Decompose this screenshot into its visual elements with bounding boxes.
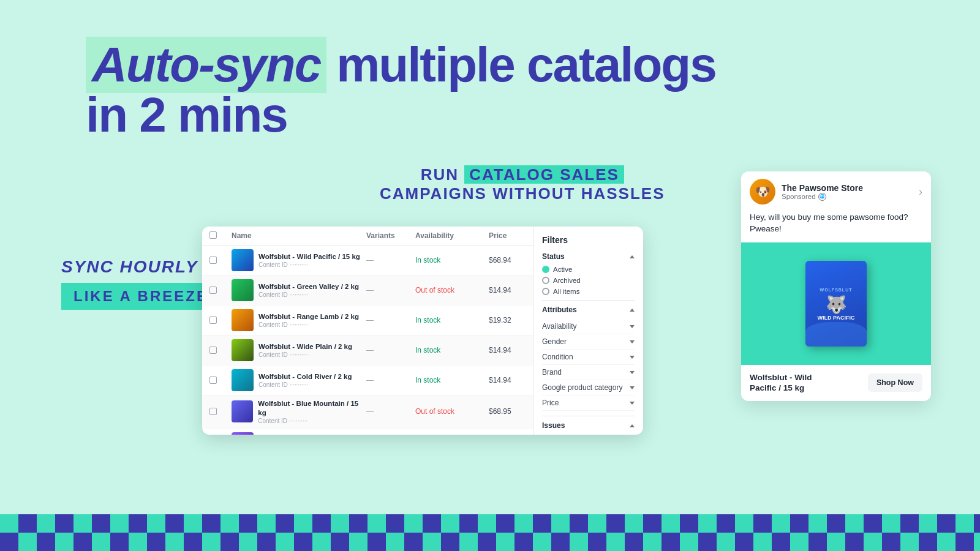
checker-cell xyxy=(74,514,92,533)
issues-chevron xyxy=(630,424,635,427)
row-checkbox[interactable] xyxy=(209,287,232,294)
checker-cell xyxy=(386,533,404,551)
issues-label: Issues xyxy=(542,421,565,430)
attribute-row[interactable]: Brand xyxy=(542,365,635,380)
header-variants: Variants xyxy=(366,231,415,240)
price-cell: $68.95 xyxy=(489,407,533,416)
ad-chevron-icon[interactable]: › xyxy=(919,186,922,198)
attributes-section[interactable]: Attributes xyxy=(542,305,635,314)
product-cell: Wolfsblut - Wild Pacific / 15 kg Content… xyxy=(232,249,366,271)
checker-cell xyxy=(606,514,625,533)
row-checkbox[interactable] xyxy=(209,257,232,264)
checker-cell xyxy=(0,514,18,533)
checker-row-top xyxy=(0,514,980,533)
header-checkbox xyxy=(209,231,232,240)
checker-cell xyxy=(753,514,772,533)
availability-cell: Out of stock xyxy=(415,286,489,294)
select-all-checkbox[interactable] xyxy=(209,231,217,239)
row-checkbox[interactable] xyxy=(209,377,232,384)
checker-cell xyxy=(331,533,349,551)
shop-now-button[interactable]: Shop Now xyxy=(868,373,922,392)
checker-cell xyxy=(202,514,221,533)
checker-cell xyxy=(441,533,459,551)
product-cell: Wolfsblut - Blue Mountain / 2 kg Content… xyxy=(232,432,366,435)
row-checkbox[interactable] xyxy=(209,317,232,324)
product-sub-label: WILD PACIFIC xyxy=(818,315,855,321)
product-img-color xyxy=(232,249,254,271)
checker-cell xyxy=(588,533,606,551)
attribute-row[interactable]: Availability xyxy=(542,319,635,334)
table-row[interactable]: Wolfsblut - Blue Mountain / 2 kg Content… xyxy=(202,429,533,435)
row-checkbox[interactable] xyxy=(209,408,232,415)
product-img-color xyxy=(232,339,254,361)
checker-cell xyxy=(717,533,735,551)
status-all-option[interactable]: All items xyxy=(542,288,635,295)
variants-cell: — xyxy=(366,286,415,294)
attribute-label: Condition xyxy=(542,353,573,361)
checker-cell xyxy=(790,533,809,551)
product-cell: Wolfsblut - Wide Plain / 2 kg Content ID… xyxy=(232,339,366,361)
price-cell: $68.94 xyxy=(489,256,533,264)
row-checkbox[interactable] xyxy=(209,347,232,354)
product-info: Wolfsblut - Blue Mountain / 15 kg Conten… xyxy=(258,399,366,424)
status-active-option[interactable]: Active xyxy=(542,266,635,273)
attribute-row[interactable]: Condition xyxy=(542,350,635,365)
table-row[interactable]: Wolfsblut - Wild Pacific / 15 kg Content… xyxy=(202,246,533,276)
variants-cell: — xyxy=(366,316,415,324)
archived-radio[interactable] xyxy=(542,277,549,284)
all-label: All items xyxy=(553,288,579,295)
checker-cell xyxy=(919,533,937,551)
attribute-row[interactable]: Gender xyxy=(542,334,635,350)
price-cell: $14.94 xyxy=(489,286,533,294)
checker-cell xyxy=(643,533,662,551)
attribute-row[interactable]: Google product category xyxy=(542,380,635,395)
checker-cell xyxy=(974,533,980,551)
status-section[interactable]: Status xyxy=(542,252,635,261)
active-radio[interactable] xyxy=(542,266,549,273)
product-cell: Wolfsblut - Cold River / 2 kg Content ID… xyxy=(232,369,366,391)
checker-cell xyxy=(37,533,55,551)
table-row[interactable]: Wolfsblut - Wide Plain / 2 kg Content ID… xyxy=(202,335,533,365)
product-brand-label: WOLFSBLUT xyxy=(818,285,855,294)
status-archived-option[interactable]: Archived xyxy=(542,277,635,284)
header-price: Price xyxy=(489,231,533,240)
table-row[interactable]: Wolfsblut - Green Valley / 2 kg Content … xyxy=(202,276,533,305)
checker-cell xyxy=(478,514,496,533)
table-row[interactable]: Wolfsblut - Blue Mountain / 15 kg Conten… xyxy=(202,395,533,429)
sync-section: Sync hourly like a breeze xyxy=(61,257,221,310)
sync-title: Sync hourly xyxy=(61,257,221,277)
product-id: Content ID ··········· xyxy=(258,351,352,358)
checker-cell xyxy=(919,514,937,533)
availability-cell: Out of stock xyxy=(415,407,489,416)
attribute-label: Price xyxy=(542,399,559,407)
hero-rest-text: multiple catalogs xyxy=(336,37,715,93)
checker-cell xyxy=(698,533,717,551)
ad-footer: Wolfsblut - WildPacific / 15 kg Shop Now xyxy=(741,365,931,401)
checker-cell xyxy=(257,533,276,551)
product-image xyxy=(232,309,254,331)
product-name: Wolfsblut - Range Lamb / 2 kg xyxy=(258,312,359,321)
checker-cell xyxy=(239,533,257,551)
product-img-color xyxy=(232,309,254,331)
attribute-chevron xyxy=(630,325,635,328)
product-image xyxy=(232,249,254,271)
attribute-row[interactable]: Price xyxy=(542,395,635,411)
checker-cell xyxy=(202,533,221,551)
checker-cell xyxy=(496,533,514,551)
status-label: Status xyxy=(542,252,565,261)
attributes-chevron xyxy=(630,309,635,312)
checker-cell xyxy=(331,514,349,533)
product-cell: Wolfsblut - Green Valley / 2 kg Content … xyxy=(232,279,366,301)
checker-cell xyxy=(827,533,845,551)
checker-cell xyxy=(349,533,368,551)
checker-cell xyxy=(18,533,37,551)
active-label: Active xyxy=(553,266,572,273)
table-row[interactable]: Wolfsblut - Cold River / 2 kg Content ID… xyxy=(202,365,533,395)
all-radio[interactable] xyxy=(542,288,549,295)
table-row[interactable]: Wolfsblut - Range Lamb / 2 kg Content ID… xyxy=(202,305,533,335)
checker-cell xyxy=(147,533,165,551)
checker-cell xyxy=(974,514,980,533)
checker-cell xyxy=(459,533,478,551)
checker-cell xyxy=(404,533,423,551)
issues-section[interactable]: Issues xyxy=(542,421,635,430)
